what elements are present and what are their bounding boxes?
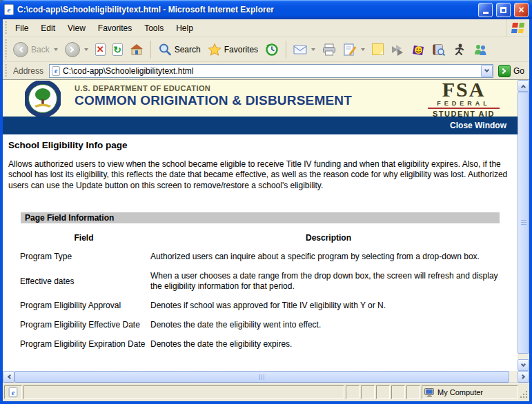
history-clock-icon — [265, 43, 279, 57]
refresh-button[interactable]: ↻ — [110, 42, 126, 57]
table-row-description: Authorized users can inquire about a spe… — [150, 252, 506, 262]
table-row-description: Denotes the date the eligibility expires… — [150, 339, 506, 350]
column-header-field: Field — [20, 233, 148, 243]
search-icon — [158, 43, 172, 57]
cod-page-header: U.S. DEPARTMENT OF EDUCATION COMMON ORIG… — [3, 80, 518, 117]
menu-tools[interactable]: Tools — [138, 21, 170, 36]
section-header: Page Field Information — [21, 212, 500, 223]
menu-view[interactable]: View — [61, 21, 92, 36]
field-info-table: Field Description Program Type Authorize… — [8, 233, 512, 350]
refresh-icon: ↻ — [112, 43, 123, 56]
msn-messenger-button[interactable] — [471, 41, 490, 58]
window-title: C:\cod-app\Schooleligibilitytext.html - … — [17, 5, 475, 14]
address-input[interactable] — [63, 65, 479, 77]
edit-button[interactable] — [340, 41, 368, 58]
ie-logo-icon: e — [4, 4, 14, 15]
scroll-up-button[interactable] — [518, 80, 529, 92]
stop-button[interactable]: ✕ — [92, 42, 108, 57]
agency-name: U.S. DEPARTMENT OF EDUCATION — [75, 84, 352, 92]
print-button[interactable] — [319, 41, 339, 58]
status-page-icon: e — [9, 387, 18, 397]
horizontal-scroll-thumb[interactable] — [14, 371, 509, 383]
sticky-note-icon — [372, 43, 384, 55]
browser-window: e C:\cod-app\Schooleligibilitytext.html … — [0, 0, 532, 404]
table-row-description: Denotes the date the eligibility went in… — [150, 320, 506, 330]
window-resize-grip[interactable] — [519, 385, 529, 400]
address-dropdown-button[interactable] — [481, 65, 493, 77]
menubar-grip-handle[interactable] — [3, 21, 8, 34]
status-zone-label: My Computer — [437, 388, 483, 396]
research-button[interactable] — [429, 41, 449, 58]
browser-viewport: U.S. DEPARTMENT OF EDUCATION COMMON ORIG… — [3, 79, 529, 371]
table-row-field: Effective dates — [20, 276, 148, 287]
back-button[interactable]: Back — [10, 41, 61, 59]
scroll-down-button[interactable] — [518, 359, 529, 371]
aim-button[interactable] — [450, 41, 469, 58]
table-row-field: Program Eligibility Effective Date — [20, 320, 148, 330]
favorites-button[interactable]: Favorites — [205, 41, 261, 58]
notes-button[interactable] — [369, 42, 386, 57]
page-body: School Eligibility Info page Allows auth… — [3, 140, 518, 350]
go-button[interactable]: Go — [496, 65, 526, 77]
scroll-left-button[interactable] — [3, 371, 14, 383]
menu-file[interactable]: File — [9, 21, 35, 36]
edit-dropdown-icon[interactable] — [361, 48, 365, 51]
minimize-button[interactable] — [478, 3, 493, 17]
navy-action-bar: Close Window — [3, 117, 518, 134]
mail-button[interactable] — [290, 41, 318, 58]
toolbar-separator — [286, 41, 286, 59]
fsa-acronym: FSA — [428, 80, 500, 100]
table-row-field: Program Eligibility Approval — [20, 301, 148, 311]
menu-favorites[interactable]: Favorites — [92, 21, 138, 36]
go-label: Go — [513, 66, 524, 76]
mail-dropdown-icon[interactable] — [311, 48, 315, 51]
addressbar-grip-handle[interactable] — [3, 64, 8, 77]
home-button[interactable] — [127, 41, 146, 58]
page-intro-text: Allows authorized users to view when the… — [8, 159, 512, 191]
maximize-button[interactable] — [496, 3, 511, 17]
address-bar: Address e Go — [3, 62, 529, 79]
fsa-student-aid-label: STUDENT AID — [428, 110, 500, 118]
windows-flag-icon — [511, 23, 524, 33]
history-button[interactable] — [262, 41, 282, 58]
close-window-link[interactable]: Close Window — [450, 121, 506, 130]
home-icon — [130, 43, 144, 57]
status-pane — [361, 385, 375, 399]
status-main-pane — [23, 385, 344, 399]
maximize-icon — [500, 7, 506, 13]
yahoo-messenger-button[interactable] — [408, 41, 428, 58]
yahoo-messenger-icon — [411, 43, 425, 57]
back-label: Back — [31, 45, 50, 54]
fsa-logo: FSA FEDERAL STUDENT AID — [428, 80, 500, 118]
aim-running-man-icon — [453, 43, 466, 57]
favorites-label: Favorites — [224, 45, 258, 54]
address-page-icon: e — [52, 66, 60, 76]
scroll-right-button[interactable] — [518, 371, 529, 383]
vertical-scrollbar[interactable] — [518, 80, 529, 371]
favorites-star-icon — [208, 43, 221, 57]
app-title: COMMON ORIGINATION & DISBURSEMENT — [75, 93, 352, 108]
search-label: Search — [175, 45, 201, 54]
toolbar-grip-handle[interactable] — [3, 39, 8, 59]
horizontal-scrollbar[interactable] — [3, 371, 529, 383]
forward-dropdown-icon[interactable] — [84, 48, 88, 51]
dept-of-education-seal-icon — [25, 81, 61, 119]
scroll-thumb-grip — [259, 374, 265, 380]
close-button[interactable]: × — [514, 3, 529, 17]
back-dropdown-icon[interactable] — [54, 48, 58, 51]
mail-envelope-icon — [293, 43, 307, 57]
forward-icon — [65, 42, 80, 57]
messenger-button[interactable] — [388, 41, 407, 58]
vertical-scroll-thumb[interactable] — [518, 92, 529, 354]
table-row-field: Program Type — [20, 252, 148, 262]
forward-button[interactable] — [62, 41, 91, 59]
windows-flag-box — [506, 19, 529, 37]
menu-help[interactable]: Help — [170, 21, 199, 36]
search-button[interactable]: Search — [155, 41, 204, 58]
address-label: Address — [12, 66, 46, 76]
toolbar-separator — [150, 41, 151, 59]
edit-page-icon — [343, 43, 357, 57]
menu-edit[interactable]: Edit — [35, 21, 61, 36]
go-arrow-icon — [498, 65, 511, 77]
title-bar[interactable]: e C:\cod-app\Schooleligibilitytext.html … — [0, 0, 532, 19]
